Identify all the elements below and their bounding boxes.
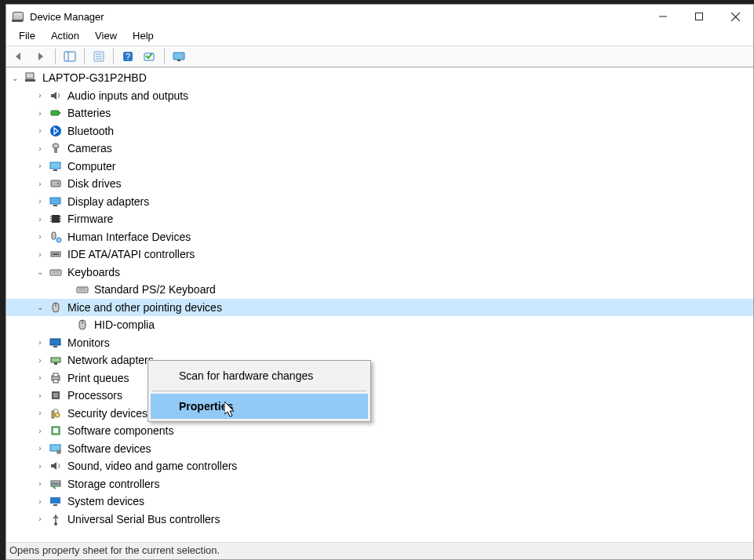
chevron-right-icon[interactable]: › [35,197,46,205]
battery-icon [49,106,63,120]
svg-rect-17 [51,111,59,115]
tree-item-label: Audio inputs and outputs [67,89,188,102]
tree-item[interactable]: ›Processors [6,387,753,405]
swdev-icon [49,442,63,456]
tree-item-label: Monitors [67,336,110,349]
chevron-right-icon[interactable]: › [35,250,46,259]
tree-item[interactable]: ›Firmware [6,210,753,228]
tree-item[interactable]: ›Audio inputs and outputs [6,87,753,105]
speaker-icon [49,459,63,473]
tree-item-label: Standard PS/2 Keyboard [94,283,216,296]
svg-rect-61 [53,428,58,433]
ctx-scan-hardware[interactable]: Scan for hardware changes [151,363,368,388]
back-button[interactable] [9,48,28,65]
chevron-right-icon[interactable]: › [35,373,46,382]
title-bar[interactable]: Device Manager [6,5,753,28]
svg-point-25 [57,183,59,184]
ctx-separator [152,391,366,391]
scan-hardware-button[interactable] [140,48,159,65]
show-hide-tree-button[interactable] [60,48,79,65]
toolbar-separator [164,49,165,64]
tree-item[interactable]: ›IDE ATA/ATAPI controllers [6,245,753,264]
svg-rect-4 [64,52,75,61]
system-icon [49,494,63,508]
speaker-icon [49,89,63,103]
tree-root[interactable]: ⌄ LAPTOP-G31P2HBD [6,69,753,87]
svg-rect-22 [50,162,60,169]
chevron-right-icon[interactable]: › [35,338,46,347]
svg-rect-65 [51,484,60,486]
chevron-right-icon[interactable]: › [35,232,46,241]
help-button[interactable]: ? [118,48,137,65]
svg-rect-21 [54,148,57,153]
svg-point-63 [56,449,61,454]
chevron-right-icon[interactable]: › [35,391,46,400]
tree-item[interactable]: ›Batteries [6,104,753,122]
menu-file[interactable]: File [11,28,43,45]
toolbar: ? [6,45,753,67]
tree-item[interactable]: ›Print queues [6,369,753,387]
chevron-down-icon[interactable]: ⌄ [35,267,46,276]
chevron-down-icon[interactable]: ⌄ [35,303,46,311]
menu-action[interactable]: Action [43,28,87,45]
svg-rect-67 [53,504,57,506]
tree-item[interactable]: ›Sound, video and game controllers [6,457,753,475]
maximize-button[interactable] [681,5,717,28]
chevron-right-icon[interactable]: › [35,126,46,135]
tree-item[interactable]: ›Display adapters [6,193,753,211]
chevron-right-icon[interactable]: › [35,462,46,471]
chevron-right-icon[interactable]: › [35,162,46,170]
properties-button[interactable] [89,48,108,65]
tree-item[interactable]: Standard PS/2 Keyboard [6,281,753,299]
chevron-right-icon[interactable]: › [35,515,46,523]
tree-item[interactable]: ›Software devices [6,440,753,458]
status-text: Opens property sheet for the current sel… [9,544,220,556]
tree-item[interactable]: ›Universal Serial Bus controllers [6,511,753,529]
chevron-right-icon[interactable]: › [35,409,46,417]
tree-item[interactable]: ›Monitors [6,334,753,352]
chevron-right-icon[interactable]: › [35,427,46,435]
chevron-right-icon[interactable]: › [35,144,46,153]
menu-help[interactable]: Help [125,28,162,45]
tree-item-label: Disk drives [67,177,121,190]
svg-point-20 [53,144,59,148]
tree-item[interactable]: ›Bluetooth [6,122,753,140]
tree-item[interactable]: ›Cameras [6,140,753,158]
tree-item[interactable]: ›Disk drives [6,175,753,193]
tree-item[interactable]: ›Security devices [6,405,753,423]
tree-item[interactable]: ›Network adapters [6,351,753,369]
chevron-right-icon[interactable]: › [35,497,46,506]
tree-item[interactable]: HID-complia [6,316,753,334]
chevron-down-icon[interactable]: ⌄ [9,74,20,82]
keyboard-icon [75,282,89,296]
chevron-right-icon[interactable]: › [35,444,46,453]
chevron-right-icon[interactable]: › [35,91,46,100]
chevron-right-icon[interactable]: › [35,109,46,118]
minimize-button[interactable] [645,5,681,28]
tree-item[interactable]: ›Storage controllers [6,475,753,493]
device-tree[interactable]: ⌄ LAPTOP-G31P2HBD ›Audio inputs and outp… [6,67,753,542]
svg-point-36 [56,238,61,242]
close-button[interactable] [717,5,753,28]
forward-button[interactable] [31,48,50,65]
tree-item[interactable]: ›Human Interface Devices [6,228,753,246]
tree-item[interactable]: ›System devices [6,493,753,511]
root-label: LAPTOP-G31P2HBD [42,71,147,84]
chevron-right-icon[interactable]: › [35,180,46,188]
tree-item[interactable]: ⌄Mice and other pointing devices [6,299,753,317]
tree-item-label: Security devices [67,407,148,420]
tree-item[interactable]: ›Computer [6,158,753,176]
svg-rect-51 [51,358,60,362]
svg-rect-66 [50,497,60,504]
chevron-right-icon[interactable]: › [35,479,46,488]
ctx-properties[interactable]: Properties [151,394,368,419]
tree-item[interactable]: ⌄Keyboards [6,264,753,282]
tree-item[interactable]: ›Software components [6,422,753,440]
chevron-right-icon[interactable]: › [35,356,46,365]
menu-view[interactable]: View [87,28,125,45]
chevron-right-icon[interactable]: › [35,215,46,224]
device-manager-window: Device Manager File Action View Help [5,4,754,560]
svg-text:?: ? [126,52,130,61]
monitor-button[interactable] [169,48,188,65]
toolbar-separator [55,49,56,64]
